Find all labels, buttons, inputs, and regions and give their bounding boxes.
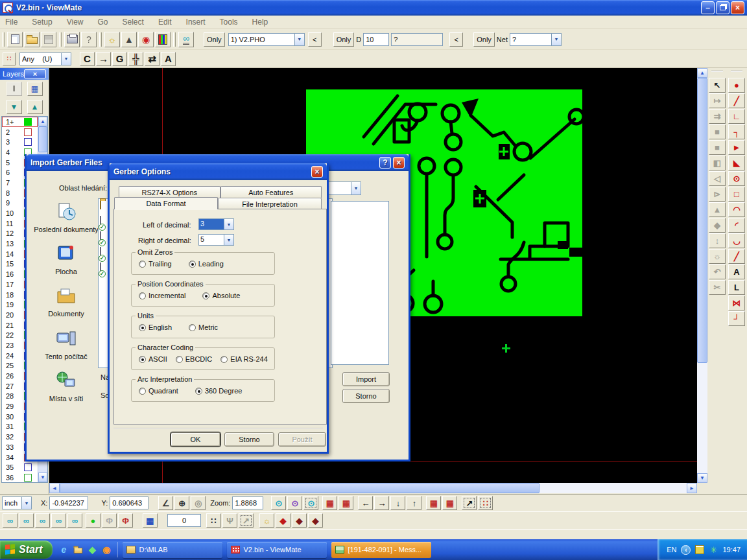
layer-swatch[interactable] (24, 138, 32, 146)
x-coordinate-field[interactable]: -0.942237 (49, 496, 88, 509)
anchor-button[interactable]: Ψ (222, 513, 237, 528)
tab-auto-features[interactable]: Auto Features (220, 186, 322, 198)
line-tool[interactable]: ╱ (728, 93, 745, 108)
unit-combo[interactable]: inch ▼ (2, 496, 32, 509)
select-box-button[interactable]: ∷ (478, 496, 493, 510)
task-message[interactable]: [191-482-091] - Mess... (331, 542, 431, 558)
scroll-down-icon[interactable]: ▼ (697, 473, 707, 483)
point-tool[interactable]: ● (728, 78, 745, 93)
radio-trailing[interactable]: Trailing (139, 260, 172, 268)
chevron-down-icon[interactable]: ▼ (224, 219, 233, 229)
lamp-on-button[interactable]: Φ (118, 513, 133, 528)
radio-quadrant[interactable]: Quadrant (139, 387, 178, 395)
view-pads-button[interactable]: ∞ (35, 513, 50, 528)
pan-up-button[interactable]: ↑ (407, 496, 421, 510)
clock[interactable]: 19:47 (722, 546, 741, 554)
place-recent-documents[interactable]: Poslední dokumenty (32, 201, 101, 234)
view-traces-button[interactable]: ∞ (19, 513, 34, 528)
pan-down-button[interactable]: ↓ (390, 496, 405, 510)
only-net-button[interactable]: Only (473, 32, 495, 47)
left-decimal-combo[interactable]: 3 ▼ (198, 218, 234, 230)
radio-360-degree[interactable]: 360 Degree (195, 387, 243, 395)
settings-tool[interactable]: ☼ (709, 249, 726, 264)
y-coordinate-field[interactable]: 0.690643 (110, 496, 148, 509)
lamp-off-button[interactable]: Φ (102, 513, 117, 528)
menu-item-select[interactable]: Select (123, 18, 144, 27)
align-tool[interactable]: ▲ (709, 202, 726, 217)
layer-swatch[interactable] (24, 128, 32, 136)
counter-field[interactable]: 0 (167, 514, 201, 527)
view-selection-button[interactable]: ∞ (51, 513, 66, 528)
chevron-down-icon[interactable]: ▼ (224, 235, 233, 245)
arc3-tool[interactable]: ◡ (728, 233, 745, 248)
view-dcodes-button[interactable]: ∞ (3, 513, 18, 528)
horizontal-scroll-thumb[interactable] (60, 483, 540, 493)
arc-tool[interactable]: ◠ (728, 202, 745, 217)
measure-view-button[interactable]: ∞ (178, 32, 194, 47)
menu-item-insert[interactable]: Insert (186, 18, 206, 27)
notes-tray-icon[interactable] (695, 545, 704, 554)
scroll-down-icon[interactable]: ▼ (38, 472, 47, 482)
rotate-tool[interactable]: ◁ (709, 171, 726, 186)
radio-metric[interactable]: Metric (189, 323, 218, 331)
dcode-c-button[interactable]: C (80, 52, 95, 66)
layer-colors-button[interactable] (155, 32, 171, 47)
prev-dcode-button[interactable]: < (449, 32, 463, 47)
snap-tool[interactable]: ⊳ (709, 187, 726, 202)
place-network-places[interactable]: Místa v síti (32, 370, 101, 403)
pointer-tool[interactable]: ↖ (709, 78, 726, 93)
sketch-tool[interactable]: ╱ (728, 249, 745, 264)
chevron-down-icon[interactable]: ▼ (21, 497, 31, 509)
radio-eia-rs-244[interactable]: EIA RS-244 (220, 355, 267, 363)
text-tool[interactable]: A (728, 264, 745, 279)
language-indicator[interactable]: EN (667, 546, 676, 554)
layer-scroll-thumb[interactable] (38, 126, 47, 152)
dimension-tool[interactable]: ⋈ (728, 296, 745, 310)
select-dcode-tool[interactable]: ↦ (709, 93, 726, 108)
circle-tool[interactable]: ⊙ (728, 171, 745, 186)
move-layer-down-button[interactable]: ▼ (6, 100, 22, 114)
layer-film-button[interactable]: ▦ (27, 82, 43, 96)
dcode-input[interactable]: 10 (363, 33, 389, 46)
dcode-colors-button[interactable]: ∷ (3, 52, 16, 65)
restore-button[interactable] (716, 1, 729, 14)
start-button[interactable]: Start (0, 541, 53, 559)
tower-view-button[interactable]: ▲ (121, 32, 137, 47)
radio-ascii[interactable]: ASCII (139, 355, 167, 363)
scroll-up-icon[interactable]: ▲ (697, 68, 707, 78)
book-shortcut-icon[interactable]: ◆ (86, 544, 98, 555)
vector-tool[interactable]: ► (728, 140, 745, 155)
dcode-type-combo[interactable]: Any (U) ▼ (19, 52, 71, 65)
tab-file-interpretation[interactable]: File Interpretation (218, 198, 322, 209)
prev-layer-button[interactable]: < (308, 32, 322, 47)
pad-tool[interactable]: ■ (709, 124, 726, 139)
chevron-down-icon[interactable]: ▼ (61, 53, 71, 65)
horizontal-scroll-track[interactable] (540, 483, 687, 493)
storno-button[interactable]: Storno (224, 432, 274, 447)
dialog-close-icon[interactable]: × (393, 157, 405, 169)
menu-item-edit[interactable]: Edit (158, 18, 172, 27)
dcode-flash-button[interactable]: ╬ (128, 52, 143, 66)
menu-item-setup[interactable]: Setup (32, 18, 52, 27)
pad-mode-button[interactable]: ◆ (276, 513, 290, 528)
label-tool[interactable]: L (728, 280, 745, 295)
firefox-icon[interactable]: ◉ (101, 544, 112, 555)
scroll-right-icon[interactable]: ► (687, 483, 697, 493)
pan-right-button[interactable]: → (374, 496, 389, 510)
import-button[interactable]: Import (342, 372, 390, 386)
apply-button[interactable]: Použít (278, 432, 326, 447)
spacing-tool[interactable]: ↕ (709, 233, 726, 248)
layers-panel-titlebar[interactable]: Layers × (0, 68, 49, 80)
horizontal-scrollbar[interactable]: ◄ ► (49, 483, 697, 493)
task-viewmate[interactable]: V2.bin - ViewMate (227, 542, 327, 558)
dock-layer-button[interactable]: ‖ (6, 82, 22, 96)
save-file-button[interactable] (41, 32, 56, 47)
view-sketch-button[interactable]: ∞ (67, 513, 82, 528)
net-select-combo[interactable]: ? ▼ (510, 33, 562, 46)
resize-box-button[interactable]: ↗ (462, 496, 477, 510)
zoom-window-button[interactable]: ⊙ (303, 496, 318, 510)
storno-button[interactable]: Storno (342, 389, 390, 403)
layer-swatch[interactable] (24, 463, 32, 471)
icq-flower-icon[interactable]: ✳ (709, 545, 718, 554)
radio-incremental[interactable]: Incremental (139, 292, 185, 299)
